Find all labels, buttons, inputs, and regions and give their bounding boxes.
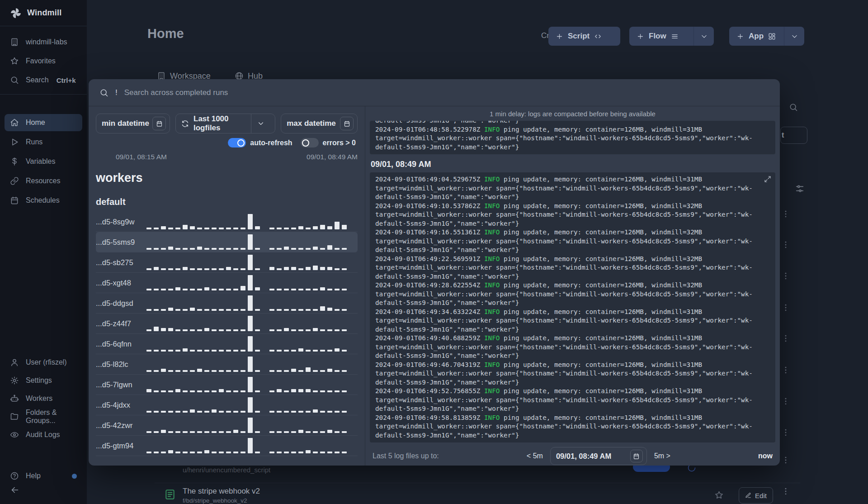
sidebar-item-schedules[interactable]: Schedules <box>0 192 87 209</box>
chevron-down-icon <box>700 33 708 40</box>
spark-bar <box>298 226 303 229</box>
worker-row[interactable]: ...d5-z44f7 <box>96 314 358 334</box>
row-menu-icon[interactable] <box>781 428 790 437</box>
toggle-knob <box>302 139 309 147</box>
row-menu-icon[interactable] <box>781 487 790 496</box>
sidebar-item-folders-groups[interactable]: Folders & Groups... <box>0 408 87 426</box>
sidebar-item-audit-logs[interactable]: Audit Logs <box>0 426 87 444</box>
log-level: INFO <box>484 414 500 421</box>
create-flow-button[interactable]: Flow <box>629 27 714 46</box>
sidebar-item-resources[interactable]: Resources <box>0 172 87 190</box>
filter-sliders-icon[interactable] <box>795 184 805 194</box>
collapse-sidebar-button[interactable] <box>10 485 20 495</box>
spark-bar <box>241 411 245 413</box>
log-footer-label: Last 5 log files up to: <box>373 452 439 460</box>
chevron-down-icon[interactable] <box>251 120 270 127</box>
sidebar-item-search[interactable]: SearchCtrl+k <box>0 71 87 90</box>
sidebar-item-label: Schedules <box>26 196 60 204</box>
sidebar-item-home[interactable]: Home <box>5 114 82 131</box>
spark-bar <box>183 411 188 413</box>
sidebar-item-workers[interactable]: Workers <box>0 390 87 408</box>
spark-bar <box>277 411 282 413</box>
create-app-main[interactable]: App <box>729 27 784 46</box>
spark-bar <box>233 248 238 250</box>
runs-search-input[interactable]: ! Search across completed runs <box>89 79 780 106</box>
log-line: default-5sms9-Jmn1G","name":"worker"} <box>375 352 770 361</box>
sidebar-item-user-rfiszel[interactable]: User (rfiszel) <box>0 353 87 371</box>
create-flow-main[interactable]: Flow <box>629 27 693 46</box>
spark-bar <box>190 452 195 453</box>
worker-activity-sparkline <box>146 273 358 293</box>
errors-toggle[interactable]: errors > 0 <box>301 138 356 147</box>
spark-bar <box>306 367 311 372</box>
worker-row[interactable]: ...d5-sb275 <box>96 252 358 273</box>
sidebar-item-runs[interactable]: Runs <box>0 133 87 151</box>
favorite-star-icon[interactable] <box>714 490 724 500</box>
menu-icon <box>671 33 679 40</box>
app-logo[interactable]: Windmill <box>0 0 87 26</box>
worker-row[interactable]: ...d5-xgt48 <box>96 273 358 293</box>
flow-dropdown-button[interactable] <box>693 27 714 46</box>
sidebar-item-settings[interactable]: Settings <box>0 371 87 390</box>
now-button[interactable]: now <box>758 452 773 460</box>
log-message: ping update, memory: container=126MB, wi… <box>500 414 702 421</box>
worker-row[interactable]: ...d5-l82lc <box>96 354 358 375</box>
worker-row[interactable]: ...d5-8sg9w <box>96 212 358 232</box>
app-button-label: App <box>749 32 764 41</box>
calendar-icon[interactable] <box>152 117 166 130</box>
sidebar-item-variables[interactable]: Variables <box>0 153 87 170</box>
toggle-track[interactable] <box>228 138 246 147</box>
spark-bar <box>335 248 340 250</box>
row-menu-icon[interactable] <box>781 271 790 281</box>
row-menu-icon[interactable] <box>781 209 790 219</box>
spark-bar <box>161 390 166 392</box>
worker-row[interactable]: ...d5-ddgsd <box>96 293 358 314</box>
row-menu-icon[interactable] <box>781 366 790 375</box>
max-datetime-input[interactable]: max datetime <box>281 114 358 133</box>
row-menu-icon[interactable] <box>781 303 790 312</box>
edit-button[interactable]: Edit <box>739 487 773 504</box>
create-app-button[interactable]: App <box>729 27 804 46</box>
spark-bar <box>335 452 340 453</box>
spark-bar <box>248 377 253 392</box>
calendar-icon[interactable] <box>340 117 354 130</box>
toggle-track[interactable] <box>301 138 319 147</box>
row-menu-icon[interactable] <box>781 456 790 465</box>
min-datetime-input[interactable]: min datetime <box>96 114 170 133</box>
spark-bar <box>154 350 159 352</box>
spark-bar <box>161 411 166 413</box>
sidebar-item-favorites[interactable]: Favorites <box>0 52 87 71</box>
sidebar-item-windmill-labs[interactable]: windmill-labs <box>0 33 87 52</box>
back-5m-button[interactable]: < 5m <box>527 452 543 460</box>
calendar-icon[interactable] <box>630 450 643 462</box>
spark-bar <box>154 309 159 311</box>
forward-5m-button[interactable]: 5m > <box>654 452 670 460</box>
range-end: 09/01, 08:49 AM <box>307 153 358 161</box>
worker-row[interactable]: ...d5-4jdxx <box>96 395 358 415</box>
app-dropdown-button[interactable] <box>784 27 804 46</box>
worker-row[interactable]: ...d5-gtm94 <box>96 436 358 456</box>
log-datetime-input[interactable]: 09/01, 08:49 AM <box>550 447 647 465</box>
spark-bar <box>219 350 224 352</box>
spark-bar <box>291 452 296 453</box>
expand-icon[interactable] <box>764 176 771 183</box>
row-menu-icon[interactable] <box>781 397 790 406</box>
worker-name: ...d5-42zwr <box>96 421 146 430</box>
script-title[interactable]: The stripe webhook v2 <box>183 487 260 496</box>
spark-bar <box>241 370 245 372</box>
spark-bar <box>219 268 224 270</box>
spark-bar <box>298 268 303 270</box>
sidebar-item-help[interactable]: Help <box>0 466 87 485</box>
worker-row[interactable]: ...d5-42zwr <box>96 415 358 436</box>
row-menu-icon[interactable] <box>781 240 790 249</box>
worker-row[interactable]: ...d5-6qfnn <box>96 334 358 354</box>
create-script-button[interactable]: Script <box>548 27 620 46</box>
auto-refresh-toggle[interactable]: auto-refresh <box>228 138 292 147</box>
row-menu-icon[interactable] <box>781 334 790 343</box>
spark-bar <box>161 268 166 270</box>
worker-row[interactable]: ...d5-5sms9 <box>96 232 358 252</box>
worker-row[interactable]: ...d5-7lgwn <box>96 375 358 395</box>
log-line: default-5sms9-Jmn1G","name":"worker"} <box>375 325 770 334</box>
search-icon[interactable] <box>789 103 798 112</box>
logfiles-dropdown[interactable]: Last 1000 logfiles <box>175 114 275 133</box>
